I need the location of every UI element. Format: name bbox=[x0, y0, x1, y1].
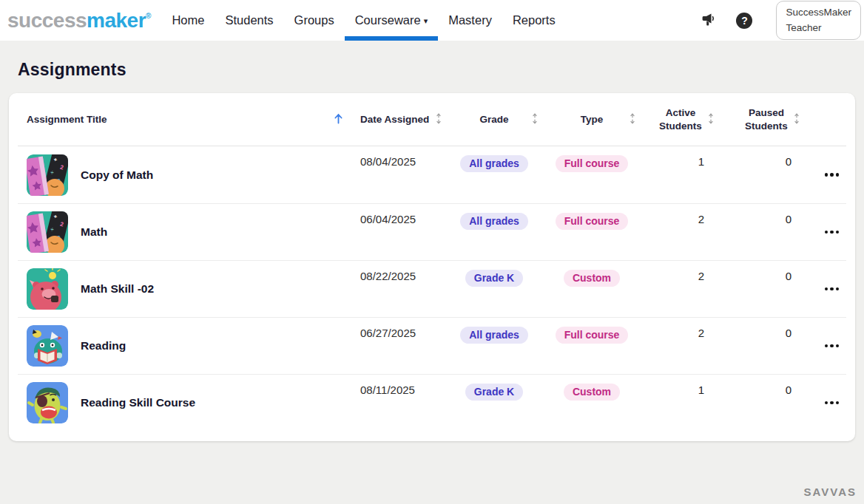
grade-cell: Grade K bbox=[445, 375, 543, 401]
assignment-title: Math bbox=[81, 225, 107, 239]
type-cell: Custom bbox=[543, 375, 641, 401]
nav-item-courseware[interactable]: Courseware ▾ bbox=[345, 0, 439, 41]
assignment-title-cell: Reading Skill Course bbox=[18, 382, 360, 423]
row-actions bbox=[802, 226, 846, 239]
logo-text-blue: maker bbox=[87, 10, 146, 31]
profile-role: Teacher bbox=[786, 21, 851, 36]
paused-students-cell: 0 bbox=[716, 375, 802, 396]
grade-cell: All grades bbox=[445, 204, 543, 230]
row-actions bbox=[802, 168, 846, 181]
assignment-thumbnail bbox=[27, 268, 68, 310]
date-assigned-cell: 08/11/2025 bbox=[360, 375, 445, 397]
grade-badge: Grade K bbox=[465, 270, 523, 287]
top-navigation-bar: success maker ® Home Students Groups Cou… bbox=[0, 0, 864, 41]
savvas-logo: SAVVAS bbox=[804, 486, 857, 498]
column-header-active-students[interactable]: Active Students bbox=[641, 106, 716, 132]
table-row: Reading Skill Course 08/11/2025 Grade K … bbox=[18, 374, 846, 431]
type-cell: Custom bbox=[543, 261, 641, 287]
paused-students-cell: 0 bbox=[716, 204, 802, 225]
successmaker-logo[interactable]: success maker ® bbox=[7, 10, 151, 31]
ellipsis-icon bbox=[825, 344, 828, 348]
chevron-down-icon: ▾ bbox=[424, 16, 428, 26]
ellipsis-icon bbox=[825, 173, 828, 177]
row-actions-button[interactable] bbox=[822, 397, 843, 409]
grade-cell: All grades bbox=[445, 146, 543, 172]
nav-item-groups[interactable]: Groups bbox=[284, 0, 345, 41]
topbar-right-group: ? SuccessMaker Teacher bbox=[699, 1, 861, 41]
assignment-title: Copy of Math bbox=[81, 168, 153, 182]
help-button[interactable]: ? bbox=[736, 13, 752, 29]
active-students-cell: 1 bbox=[641, 375, 716, 396]
grade-badge: All grades bbox=[460, 213, 528, 230]
type-cell: Full course bbox=[543, 318, 641, 344]
nav-item-reports[interactable]: Reports bbox=[502, 0, 566, 41]
table-row: Math Skill -02 08/22/2025 Grade K Custom… bbox=[18, 260, 846, 317]
grade-cell: Grade K bbox=[445, 261, 543, 287]
column-header-date-assigned[interactable]: Date Assigned bbox=[360, 112, 445, 127]
registered-trademark: ® bbox=[146, 12, 151, 20]
paused-students-cell: 0 bbox=[716, 318, 802, 339]
profile-name: SuccessMaker bbox=[786, 5, 851, 21]
date-assigned-cell: 06/27/2025 bbox=[360, 318, 445, 340]
nav-item-students[interactable]: Students bbox=[215, 0, 283, 41]
type-badge: Full course bbox=[556, 155, 629, 172]
column-header-grade[interactable]: Grade bbox=[445, 114, 543, 125]
table-body: +2÷3× Copy of Math 08/04/2025 All grades… bbox=[18, 146, 846, 431]
paused-students-cell: 0 bbox=[716, 146, 802, 168]
row-actions-button[interactable] bbox=[822, 168, 843, 181]
type-badge: Full course bbox=[556, 213, 629, 230]
assignment-title: Reading Skill Course bbox=[81, 396, 195, 409]
active-students-cell: 2 bbox=[641, 204, 716, 225]
nav-item-home[interactable]: Home bbox=[161, 0, 215, 41]
row-actions bbox=[802, 340, 846, 353]
row-actions-button[interactable] bbox=[822, 340, 843, 353]
primary-nav: Home Students Groups Courseware ▾ Master… bbox=[161, 0, 565, 41]
sort-both-icon bbox=[629, 112, 636, 127]
assignment-thumbnail: +2÷3× bbox=[27, 154, 68, 196]
active-students-cell: 2 bbox=[641, 318, 716, 339]
logo-text-gray: success bbox=[7, 10, 87, 31]
column-header-assignment-title[interactable]: Assignment Title bbox=[18, 112, 360, 127]
type-badge: Full course bbox=[556, 327, 629, 344]
sort-ascending-icon bbox=[333, 112, 344, 127]
megaphone-icon bbox=[699, 10, 717, 30]
sort-both-icon bbox=[531, 112, 539, 127]
sort-both-icon bbox=[793, 112, 800, 127]
sort-both-icon bbox=[707, 112, 715, 127]
column-header-type[interactable]: Type bbox=[543, 114, 641, 125]
date-assigned-cell: 06/04/2025 bbox=[360, 204, 445, 226]
assignment-thumbnail bbox=[27, 325, 68, 367]
type-cell: Full course bbox=[543, 146, 641, 172]
type-badge: Custom bbox=[564, 270, 620, 287]
announcements-button[interactable] bbox=[699, 10, 717, 30]
table-header-row: Assignment Title Date Assigned Grade Typ… bbox=[18, 93, 846, 146]
ellipsis-icon bbox=[825, 231, 828, 234]
table-row: Reading 06/27/2025 All grades Full cours… bbox=[18, 317, 846, 374]
date-assigned-cell: 08/22/2025 bbox=[360, 261, 445, 283]
ellipsis-icon bbox=[825, 287, 828, 291]
row-actions-button[interactable] bbox=[822, 283, 843, 296]
assignments-table: Assignment Title Date Assigned Grade Typ… bbox=[9, 93, 855, 441]
assignment-title: Math Skill -02 bbox=[81, 282, 154, 296]
row-actions bbox=[802, 283, 846, 296]
table-row: +2÷3× Math 06/04/2025 All grades Full co… bbox=[18, 203, 846, 260]
row-actions-button[interactable] bbox=[822, 226, 843, 239]
assignment-thumbnail bbox=[27, 382, 68, 423]
assignment-title-cell: Reading bbox=[18, 325, 360, 367]
assignment-title: Reading bbox=[81, 339, 126, 353]
sort-both-icon bbox=[435, 112, 442, 127]
row-actions bbox=[802, 397, 846, 409]
grade-badge: Grade K bbox=[465, 384, 523, 401]
paused-students-cell: 0 bbox=[716, 261, 802, 282]
type-badge: Custom bbox=[564, 384, 620, 401]
active-students-cell: 2 bbox=[641, 261, 716, 282]
grade-cell: All grades bbox=[445, 318, 543, 344]
question-mark-circle-icon: ? bbox=[736, 13, 752, 29]
profile-menu[interactable]: SuccessMaker Teacher bbox=[776, 1, 861, 41]
page-title: Assignments bbox=[18, 60, 864, 80]
assignment-thumbnail: +2÷3× bbox=[27, 211, 68, 253]
table-row: +2÷3× Copy of Math 08/04/2025 All grades… bbox=[18, 146, 846, 203]
ellipsis-icon bbox=[825, 401, 828, 405]
column-header-paused-students[interactable]: Paused Students bbox=[716, 106, 802, 132]
nav-item-mastery[interactable]: Mastery bbox=[438, 0, 502, 41]
